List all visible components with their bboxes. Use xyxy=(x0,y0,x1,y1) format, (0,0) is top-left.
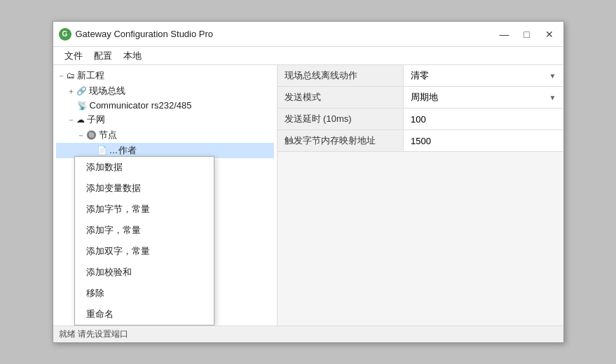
offline-action-value: 清零 xyxy=(411,69,429,82)
property-table: 现场总线离线动作 清零 ▼ 发送模式 周期地 xyxy=(278,65,563,152)
app-icon: G xyxy=(59,28,71,41)
fieldbus-icon: 🔗 xyxy=(76,86,87,96)
prop-value-send-delay[interactable] xyxy=(404,108,563,130)
status-text: 就绪 请先设置端口 xyxy=(59,328,128,340)
communicator-icon: 📡 xyxy=(77,101,88,111)
trigger-address-input[interactable] xyxy=(411,136,556,146)
expand-icon-subnet: － xyxy=(67,115,75,125)
menu-bar: 文件 配置 本地 xyxy=(53,47,563,65)
prop-row-send-delay: 发送延时 (10ms) xyxy=(278,108,563,130)
expand-icon-root: － xyxy=(57,71,65,81)
prop-row-send-mode: 发送模式 周期地 ▼ xyxy=(278,87,563,108)
window-title: Gateway Configuration Studio Pro xyxy=(76,29,496,39)
send-mode-select-wrapper: 周期地 ▼ xyxy=(411,91,556,104)
prop-value-offline-action: 清零 ▼ xyxy=(404,65,563,87)
tree-item-root[interactable]: － 🗂 新工程 xyxy=(56,68,274,83)
context-remove[interactable]: 移除 xyxy=(75,283,214,304)
prop-label-trigger-address: 触发字节内存映射地址 xyxy=(278,130,404,152)
send-mode-value: 周期地 xyxy=(411,91,438,104)
expand-icon-node: － xyxy=(77,130,85,141)
title-bar: G Gateway Configuration Studio Pro — □ ✕ xyxy=(53,22,563,47)
tree-label-communicator: Communicator rs232/485 xyxy=(90,100,192,111)
expand-icon-fieldbus: ＋ xyxy=(67,86,75,97)
menu-local[interactable]: 本地 xyxy=(118,48,147,64)
context-add-checksum[interactable]: 添加校验和 xyxy=(75,262,214,283)
prop-row-trigger-address: 触发字节内存映射地址 xyxy=(278,130,563,152)
tree-label-node: 节点 xyxy=(99,129,117,141)
menu-config[interactable]: 配置 xyxy=(88,48,118,64)
tree-item-subnet[interactable]: － ☁ 子网 xyxy=(56,112,274,127)
prop-label-offline-action: 现场总线离线动作 xyxy=(278,65,404,87)
node-icon: 🔘 xyxy=(86,130,97,140)
minimize-button[interactable]: — xyxy=(496,27,513,42)
tree-item-communicator[interactable]: 📡 Communicator rs232/485 xyxy=(56,99,274,112)
offline-action-arrow[interactable]: ▼ xyxy=(549,72,556,80)
right-panel: 现场总线离线动作 清零 ▼ 发送模式 周期地 xyxy=(278,65,563,326)
tree-label-root: 新工程 xyxy=(77,69,104,82)
prop-label-send-mode: 发送模式 xyxy=(278,87,404,108)
send-delay-input[interactable] xyxy=(411,114,556,125)
tree-item-node[interactable]: － 🔘 节点 xyxy=(56,127,274,143)
context-menu: 添加数据 添加变量数据 添加字节，常量 添加字，常量 添加双字，常量 添加校验和… xyxy=(74,156,214,326)
offline-action-select-wrapper: 清零 ▼ xyxy=(411,69,556,82)
menu-file[interactable]: 文件 xyxy=(59,48,88,64)
context-rename[interactable]: 重命名 xyxy=(75,304,214,325)
close-button[interactable]: ✕ xyxy=(541,27,558,42)
context-add-variable[interactable]: 添加变量数据 xyxy=(75,178,214,199)
main-window: G Gateway Configuration Studio Pro — □ ✕… xyxy=(53,21,564,343)
folder-icon: 🗂 xyxy=(67,71,75,80)
left-panel: － 🗂 新工程 ＋ 🔗 现场总线 📡 Communicator rs232/48… xyxy=(53,65,278,326)
status-bar: 就绪 请先设置端口 xyxy=(53,326,563,342)
context-add-data[interactable]: 添加数据 xyxy=(75,157,214,178)
prop-label-send-delay: 发送延时 (10ms) xyxy=(278,108,404,130)
prop-value-trigger-address[interactable] xyxy=(404,130,563,152)
tree-item-fieldbus[interactable]: ＋ 🔗 现场总线 xyxy=(56,83,274,99)
tree-label-fieldbus: 现场总线 xyxy=(89,85,125,97)
tree-label-subnet: 子网 xyxy=(87,113,105,126)
window-controls: — □ ✕ xyxy=(496,27,558,42)
maximize-button[interactable]: □ xyxy=(519,27,535,42)
context-add-dword-const[interactable]: 添加双字，常量 xyxy=(75,241,214,262)
author-icon: 📄 xyxy=(97,146,107,155)
subnet-icon: ☁ xyxy=(76,115,85,125)
send-mode-arrow[interactable]: ▼ xyxy=(549,94,556,102)
tree-label-author: …作者 xyxy=(109,144,137,157)
prop-row-offline-action: 现场总线离线动作 清零 ▼ xyxy=(278,65,563,87)
context-add-word-const[interactable]: 添加字，常量 xyxy=(75,220,214,241)
main-content: － 🗂 新工程 ＋ 🔗 现场总线 📡 Communicator rs232/48… xyxy=(53,65,563,326)
context-add-byte-const[interactable]: 添加字节，常量 xyxy=(75,199,214,220)
prop-value-send-mode: 周期地 ▼ xyxy=(404,87,563,108)
